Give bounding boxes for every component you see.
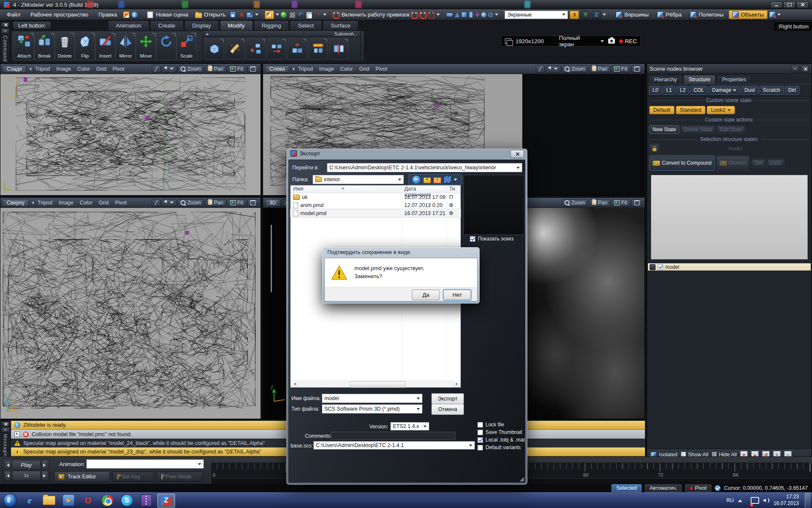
delete-button[interactable]: Delete [55, 32, 75, 60]
close-icon[interactable] [801, 65, 809, 72]
script-icon[interactable] [123, 11, 130, 18]
lock-state-icon[interactable] [649, 144, 660, 154]
viewport-back-canvas[interactable] [0, 74, 261, 195]
texture-icon[interactable] [289, 11, 296, 18]
export-icon[interactable] [247, 11, 253, 18]
cube-icon[interactable] [769, 11, 776, 18]
lock-button[interactable]: Lock [767, 159, 784, 167]
magnet-icon[interactable] [333, 11, 340, 18]
tab-surface[interactable]: Surface [323, 20, 359, 30]
state-standard-button[interactable]: Standard [676, 106, 706, 114]
collapse-icon[interactable] [206, 31, 209, 35]
attach-button[interactable]: Attach [14, 32, 34, 60]
primitive-sphere-icon[interactable] [481, 12, 486, 17]
draw-mode-icon[interactable]: ╱ [536, 65, 545, 73]
menu-image[interactable]: Image [56, 200, 76, 206]
viewport-top[interactable]: Сверху Tripod Image Color Grid Pivot ╱ Z… [0, 197, 261, 419]
insert-button[interactable]: Insert [95, 32, 115, 60]
menu-workspace[interactable]: Рабочее пространство [26, 11, 93, 19]
tab-select[interactable]: Select [290, 20, 322, 30]
step-forward-button[interactable] [41, 471, 48, 480]
viewport-name[interactable]: Сзади [3, 65, 26, 73]
viewport-top-canvas[interactable]: Z [0, 208, 261, 419]
capture-mode-select[interactable]: Полный экран [559, 35, 596, 47]
maximize-viewport-icon[interactable] [631, 65, 642, 73]
base-scs-combobox[interactable]: C:\Users\Admin\Desktop\ETC 2-1.4.1 [313, 441, 475, 450]
tray-expand-icon[interactable] [738, 497, 742, 502]
tab-animation[interactable]: Animation [108, 20, 149, 30]
submesh-extract-button[interactable] [288, 38, 307, 59]
break-button[interactable]: Break [34, 32, 55, 60]
chevron-down-icon[interactable] [777, 14, 781, 17]
save-thumbnail-option[interactable]: Save Thumbnail [477, 429, 522, 435]
tab-structure[interactable]: Structure [683, 75, 716, 84]
menu-color[interactable]: Color [75, 66, 93, 72]
fit-button[interactable]: Fit [612, 65, 630, 73]
pan-button[interactable]: Pan [589, 65, 610, 73]
pan-button[interactable]: Pan [589, 199, 610, 207]
tab-create[interactable]: Create [150, 20, 184, 30]
folder-combobox[interactable]: interior [313, 175, 404, 184]
chevron-down-icon[interactable] [255, 14, 258, 17]
lod2-button[interactable]: L2 [677, 86, 689, 94]
tab-properties[interactable]: Properties [716, 75, 752, 84]
go-start-button[interactable] [4, 460, 11, 470]
taskbar-media-player[interactable] [60, 494, 77, 507]
animation-select[interactable] [86, 459, 204, 469]
scroll-left-icon[interactable] [291, 381, 298, 387]
menu-image[interactable]: Image [317, 66, 337, 72]
paste-icon[interactable] [306, 11, 313, 18]
comments-field[interactable] [331, 432, 455, 440]
zoom-button[interactable]: Zoom [562, 65, 588, 73]
axis-y-toggle[interactable]: Y [581, 11, 590, 19]
viewport-name[interactable]: Сверху [3, 199, 29, 207]
scale-button[interactable]: Scale [176, 32, 197, 60]
viewport-name[interactable]: 3D [265, 199, 280, 207]
maximize-viewport-icon[interactable] [631, 199, 642, 207]
taskbar-internet-explorer[interactable]: e [21, 494, 38, 507]
lod1-button[interactable]: L1 [663, 86, 675, 94]
collapse-icon[interactable] [30, 201, 34, 204]
taskbar-skype[interactable]: S [118, 494, 135, 507]
close-icon[interactable] [1, 422, 10, 426]
pin-icon[interactable]: ⌖ [791, 65, 799, 72]
new-folder-icon[interactable] [433, 177, 441, 183]
volume-icon[interactable] [763, 497, 769, 503]
view-preset-select[interactable]: Экранные [505, 11, 568, 19]
set-key-button[interactable]: Set Key [112, 471, 154, 482]
version-combobox[interactable]: ETS2 1.4.x [390, 422, 429, 431]
play-button[interactable]: Play [12, 460, 41, 470]
tab-hierarchy[interactable]: Hierarchy [649, 75, 683, 84]
cursor-mode-icon[interactable] [162, 65, 176, 73]
fit-button[interactable]: Fit [228, 65, 246, 73]
column-type[interactable]: Ти [447, 185, 461, 198]
flip-button[interactable]: Flip [75, 32, 95, 60]
screens-icon[interactable] [505, 39, 511, 44]
status-check-icon[interactable] [715, 485, 721, 491]
taskbar-explorer[interactable] [41, 494, 58, 507]
default-variants-option[interactable]: Default variants [477, 444, 521, 450]
scratch-button[interactable]: Scratch [760, 86, 784, 94]
maximize-button[interactable] [783, 1, 796, 8]
primitive-cone-icon[interactable] [455, 12, 460, 17]
local-tobj-option[interactable]: Local .tobj & .mat [477, 437, 525, 443]
draw-mode-icon[interactable]: ╱ [152, 199, 161, 207]
scene-node-row[interactable]: model [648, 263, 811, 271]
taskbar-winrar[interactable] [138, 494, 155, 507]
pivot-mode-button[interactable]: Pivot [685, 484, 711, 492]
display-icon[interactable] [751, 497, 759, 504]
menu-pivot[interactable]: Pivot [373, 66, 390, 72]
tab-display[interactable]: Display [184, 20, 219, 30]
menu-grid[interactable]: Grid [357, 66, 372, 72]
minimize-button[interactable] [770, 1, 782, 8]
chevron-down-icon[interactable] [436, 14, 440, 17]
del-button[interactable]: Del [751, 159, 765, 167]
chevron-down-icon[interactable] [495, 14, 498, 17]
menu-file[interactable]: Файл [3, 11, 25, 19]
save-icon[interactable] [230, 11, 236, 18]
column-date[interactable]: Дата изменения [402, 185, 447, 198]
pan-button[interactable]: Pan [205, 65, 226, 73]
tab-modify[interactable]: Modify [220, 20, 253, 30]
dismiss-button[interactable]: Dismiss [716, 155, 750, 171]
tab-rigging[interactable]: Rigging [254, 20, 289, 30]
